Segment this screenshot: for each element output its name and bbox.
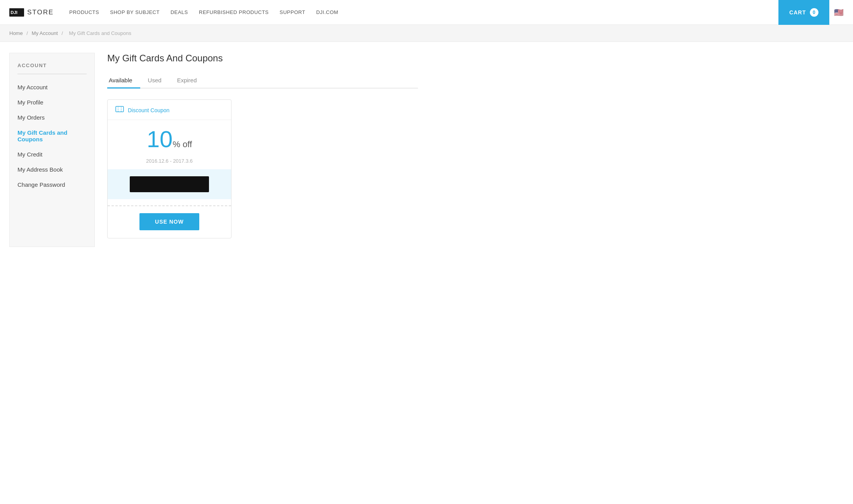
tab-available[interactable]: Available	[107, 73, 140, 89]
svg-text:DJI: DJI	[10, 10, 17, 15]
cart-button[interactable]: CART 0	[778, 0, 829, 25]
cart-label: CART	[789, 9, 806, 16]
flag-icon[interactable]: 🇺🇸	[834, 8, 844, 17]
breadcrumb-home[interactable]: Home	[9, 30, 23, 36]
sidebar-item-my-account[interactable]: My Account	[17, 80, 87, 95]
breadcrumb: Home / My Account / My Gift Cards and Co…	[0, 25, 853, 42]
sidebar-item-my-orders[interactable]: My Orders	[17, 110, 87, 125]
use-now-button[interactable]: USE NOW	[139, 213, 199, 230]
coupon-code-box	[130, 176, 209, 192]
breadcrumb-my-account[interactable]: My Account	[32, 30, 58, 36]
page-title: My Gift Cards And Coupons	[107, 53, 418, 64]
coupon-header: Discount Coupon	[108, 100, 231, 120]
cart-count-badge: 0	[810, 8, 818, 17]
coupon-off-label: off	[183, 139, 192, 149]
coupon-discount-number: 10	[147, 126, 173, 152]
nav-shop-by-subject[interactable]: SHOP BY SUBJECT	[110, 9, 160, 15]
sidebar-section-title: ACCOUNT	[17, 63, 87, 68]
coupon-unit: %	[173, 139, 181, 149]
sidebar-divider	[17, 74, 87, 74]
sidebar-item-my-gift-cards[interactable]: My Gift Cards and Coupons	[17, 125, 87, 147]
coupon-card: Discount Coupon 10% off 2016.12.6 - 2017…	[107, 99, 232, 238]
sidebar: ACCOUNT My Account My Profile My Orders …	[9, 53, 95, 247]
coupon-discount-display: 10% off	[115, 128, 223, 151]
breadcrumb-sep-1: /	[26, 30, 29, 36]
main-container: ACCOUNT My Account My Profile My Orders …	[0, 42, 427, 258]
coupon-icon	[115, 106, 124, 114]
coupon-discount-unit-suffix: % off	[173, 139, 192, 149]
nav-products[interactable]: PRODUCTS	[69, 9, 99, 15]
nav-support[interactable]: SUPPORT	[280, 9, 305, 15]
coupon-dates: 2016.12.6 - 2017.3.6	[115, 158, 223, 164]
nav-refurbished[interactable]: REFURBISHED PRODUCTS	[199, 9, 269, 15]
store-logo-text: STORE	[27, 9, 54, 16]
coupon-footer: USE NOW	[108, 206, 231, 238]
sidebar-item-change-password[interactable]: Change Password	[17, 177, 87, 192]
dji-logo-icon: DJI	[9, 8, 24, 17]
nav-deals[interactable]: DEALS	[171, 9, 188, 15]
header: DJI STORE PRODUCTS SHOP BY SUBJECT DEALS…	[0, 0, 853, 25]
breadcrumb-current: My Gift Cards and Coupons	[69, 30, 131, 36]
coupon-type-label: Discount Coupon	[128, 107, 169, 113]
page-content: My Gift Cards And Coupons Available Used…	[107, 53, 418, 247]
sidebar-item-my-address-book[interactable]: My Address Book	[17, 162, 87, 177]
sidebar-item-my-profile[interactable]: My Profile	[17, 95, 87, 110]
coupon-body: 10% off 2016.12.6 - 2017.3.6	[108, 120, 231, 164]
main-nav: PRODUCTS SHOP BY SUBJECT DEALS REFURBISH…	[69, 9, 778, 15]
breadcrumb-sep-2: /	[61, 30, 64, 36]
coupon-code-area	[108, 169, 231, 199]
tab-used[interactable]: Used	[146, 73, 169, 89]
svg-rect-2	[116, 106, 124, 112]
nav-dji-com[interactable]: DJI.COM	[316, 9, 338, 15]
tabs: Available Used Expired	[107, 73, 418, 89]
sidebar-item-my-credit[interactable]: My Credit	[17, 147, 87, 162]
logo-area[interactable]: DJI STORE	[9, 8, 54, 17]
ticket-icon	[115, 106, 124, 112]
tab-expired[interactable]: Expired	[176, 73, 205, 89]
